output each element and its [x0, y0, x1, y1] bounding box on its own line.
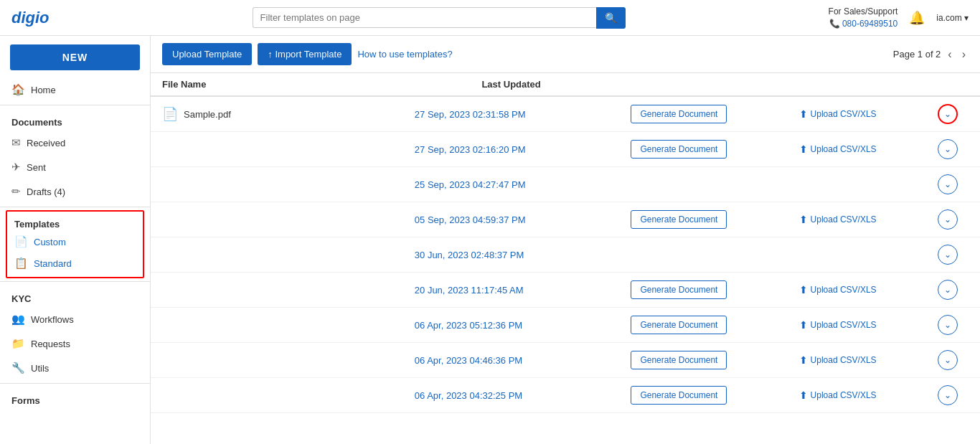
table-row: 📄 Sample.pdf 27 Sep, 2023 02:31:58 PMGen… [151, 96, 980, 132]
timestamp: 05 Sep, 2023 04:59:37 PM [415, 214, 526, 225]
file-cell [151, 237, 403, 273]
toolbar: Upload Template ↑ Import Template How to… [151, 36, 980, 73]
file-cell [151, 202, 403, 237]
search-input[interactable] [253, 7, 596, 28]
generate-document-button[interactable]: Generate Document [631, 316, 727, 334]
prev-page-button[interactable]: ‹ [945, 47, 954, 62]
upload-csv-cell: ⬆ Upload CSV/XLS [782, 308, 926, 343]
upload-csv-cell: ⬆ Upload CSV/XLS [782, 132, 926, 167]
col-header-updated: Last Updated [403, 73, 620, 96]
how-to-link[interactable]: How to use templates? [357, 49, 452, 60]
section-forms: Forms [0, 387, 150, 409]
timestamp: 27 Sep, 2023 02:16:20 PM [415, 144, 526, 155]
dropdown-button[interactable]: ⌄ [938, 315, 958, 335]
utils-icon: 🔧 [11, 362, 25, 374]
support-label: For Sales/Support [829, 6, 898, 18]
generate-document-button[interactable]: Generate Document [631, 351, 727, 369]
upload-csv-icon: ⬆ [799, 214, 808, 225]
sidebar-item-standard[interactable]: 📋 Standard [7, 252, 143, 274]
drafts-icon: ✏ [11, 185, 21, 198]
upload-csv-button[interactable]: ⬆ Upload CSV/XLS [793, 316, 882, 334]
sidebar-item-requests[interactable]: 📁 Requests [0, 331, 150, 356]
sidebar-label-standard: Standard [34, 258, 72, 269]
main-layout: NEW 🏠 Home Documents ✉ Received ✈ Sent ✏… [0, 36, 980, 444]
standard-icon: 📋 [14, 257, 28, 270]
table-row: 25 Sep, 2023 04:27:47 PM⌄ [151, 167, 980, 202]
upload-csv-cell: ⬆ Upload CSV/XLS [782, 273, 926, 308]
upload-csv-button[interactable]: ⬆ Upload CSV/XLS [793, 140, 882, 159]
dropdown-button[interactable]: ⌄ [938, 385, 958, 405]
generate-document-button[interactable]: Generate Document [631, 280, 727, 299]
sidebar-item-received[interactable]: ✉ Received [0, 131, 150, 155]
upload-csv-button[interactable]: ⬆ Upload CSV/XLS [793, 386, 882, 405]
divider-1 [0, 105, 150, 105]
sidebar-item-home[interactable]: 🏠 Home [0, 77, 150, 102]
table-header: File Name Last Updated [151, 73, 980, 96]
dropdown-cell: ⌄ [926, 273, 980, 308]
user-menu[interactable]: ia.com ▾ [936, 13, 969, 23]
table-row: 27 Sep, 2023 02:16:20 PMGenerate Documen… [151, 132, 980, 167]
sidebar-label-utils: Utils [31, 363, 49, 374]
upload-csv-cell [782, 167, 926, 202]
notifications-icon[interactable]: 🔔 [909, 10, 925, 26]
import-template-button[interactable]: ↑ Import Template [258, 43, 352, 65]
sidebar-item-utils[interactable]: 🔧 Utils [0, 356, 150, 380]
sidebar-label-sent: Sent [27, 162, 46, 173]
col-header-generate [619, 73, 781, 96]
upload-template-button[interactable]: Upload Template [162, 43, 252, 65]
search-button[interactable]: 🔍 [596, 7, 626, 29]
next-page-button[interactable]: › [959, 47, 969, 62]
updated-cell: 06 Apr, 2023 04:32:25 PM [403, 378, 620, 413]
file-cell [151, 308, 403, 343]
generate-cell: Generate Document [619, 132, 781, 167]
upload-csv-icon: ⬆ [799, 143, 808, 155]
generate-document-button[interactable]: Generate Document [631, 140, 727, 159]
new-button[interactable]: NEW [10, 44, 140, 70]
upload-csv-button[interactable]: ⬆ Upload CSV/XLS [793, 105, 882, 123]
dropdown-button[interactable]: ⌄ [938, 280, 958, 300]
sidebar-item-sent[interactable]: ✈ Sent [0, 155, 150, 179]
upload-csv-button[interactable]: ⬆ Upload CSV/XLS [793, 210, 882, 229]
dropdown-cell: ⌄ [926, 378, 980, 413]
sidebar-label-workflows: Workflows [31, 314, 74, 325]
generate-cell [619, 237, 781, 273]
dropdown-button[interactable]: ⌄ [938, 174, 958, 194]
dropdown-button[interactable]: ⌄ [938, 104, 958, 124]
generate-document-button[interactable]: Generate Document [631, 210, 727, 229]
generate-document-button[interactable]: Generate Document [631, 386, 727, 405]
table-row: 05 Sep, 2023 04:59:37 PMGenerate Documen… [151, 202, 980, 237]
sidebar-item-workflows[interactable]: 👥 Workflows [0, 307, 150, 331]
brand-logo: digio [11, 9, 50, 27]
sidebar: NEW 🏠 Home Documents ✉ Received ✈ Sent ✏… [0, 36, 151, 444]
upload-csv-icon: ⬆ [799, 284, 808, 296]
generate-cell [619, 167, 781, 202]
upload-csv-button[interactable]: ⬆ Upload CSV/XLS [793, 280, 882, 299]
dropdown-button[interactable]: ⌄ [938, 245, 958, 265]
updated-cell: 05 Sep, 2023 04:59:37 PM [403, 202, 620, 237]
sidebar-item-drafts[interactable]: ✏ Drafts (4) [0, 179, 150, 204]
upload-csv-cell: ⬆ Upload CSV/XLS [782, 343, 926, 378]
file-cell [151, 132, 403, 167]
dropdown-cell: ⌄ [926, 343, 980, 378]
dropdown-button[interactable]: ⌄ [938, 209, 958, 230]
upload-csv-icon: ⬆ [799, 319, 808, 331]
dropdown-button[interactable]: ⌄ [938, 350, 958, 370]
generate-cell: Generate Document [619, 273, 781, 308]
timestamp: 30 Jun, 2023 02:48:37 PM [415, 250, 524, 260]
dropdown-cell: ⌄ [926, 308, 980, 343]
file-cell: 📄 Sample.pdf [151, 96, 403, 132]
timestamp: 06 Apr, 2023 04:32:25 PM [415, 390, 522, 401]
workflows-icon: 👥 [11, 313, 25, 326]
updated-cell: 30 Jun, 2023 02:48:37 PM [403, 237, 620, 273]
dropdown-button[interactable]: ⌄ [938, 139, 958, 159]
upload-csv-cell: ⬆ Upload CSV/XLS [782, 202, 926, 237]
file-cell [151, 343, 403, 378]
sidebar-item-custom[interactable]: 📄 Custom [7, 231, 143, 252]
pagination: Page 1 of 2 ‹ › [893, 47, 969, 62]
col-header-action [926, 73, 980, 96]
table-row: 06 Apr, 2023 04:32:25 PMGenerate Documen… [151, 378, 980, 413]
generate-document-button[interactable]: Generate Document [631, 105, 727, 123]
upload-csv-button[interactable]: ⬆ Upload CSV/XLS [793, 351, 882, 369]
section-kyc: KYC [0, 285, 150, 307]
updated-cell: 25 Sep, 2023 04:27:47 PM [403, 167, 620, 202]
